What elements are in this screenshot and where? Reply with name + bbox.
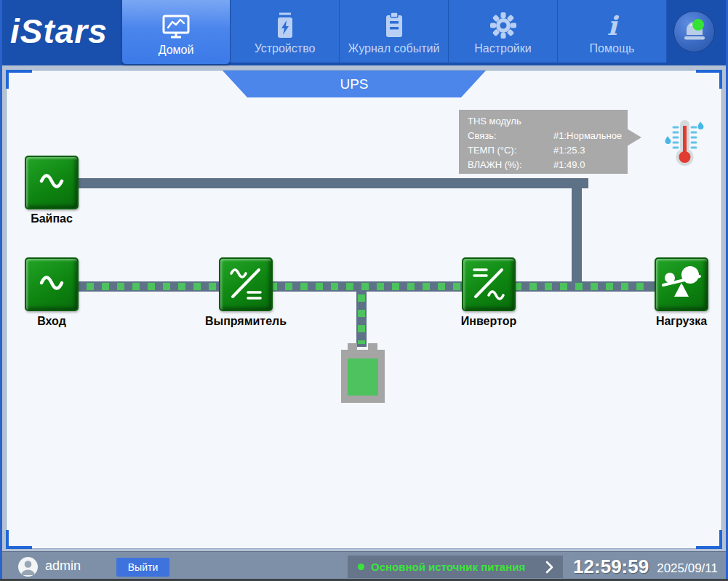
battery-icon[interactable] bbox=[341, 350, 385, 403]
chevron-right-icon bbox=[544, 560, 554, 574]
status-dot bbox=[358, 564, 364, 570]
ths-title: THS модуль bbox=[468, 114, 628, 129]
ths-temp-value: #1:25.3 bbox=[553, 143, 585, 158]
panel-corner-accent bbox=[6, 70, 32, 89]
monitor-chart-icon bbox=[161, 12, 191, 42]
ups-banner-label: UPS bbox=[340, 76, 368, 92]
clipboard-icon bbox=[383, 10, 405, 41]
bypass-unit[interactable] bbox=[25, 156, 79, 209]
tab-help[interactable]: i Помощь bbox=[558, 0, 667, 63]
ac-sine-icon bbox=[34, 265, 69, 303]
power-flow-indicator bbox=[87, 283, 647, 290]
load-balance-icon bbox=[661, 263, 702, 306]
ups-device-icon bbox=[274, 10, 296, 41]
username-label: admin bbox=[45, 558, 81, 574]
inverter-label: Инвертор bbox=[434, 315, 543, 328]
current-date: 2025/09/11 bbox=[657, 558, 718, 576]
tab-event-log[interactable]: Журнал событий bbox=[340, 0, 449, 63]
input-unit[interactable] bbox=[25, 257, 79, 311]
tab-help-label: Помощь bbox=[590, 42, 635, 55]
battery-terminal bbox=[368, 343, 377, 350]
load-unit[interactable] bbox=[655, 257, 708, 311]
panel-corner-accent bbox=[696, 70, 722, 89]
panel-corner-accent bbox=[696, 530, 722, 549]
battery-flow-indicator bbox=[358, 294, 365, 344]
window-border-left bbox=[0, 0, 2, 581]
alarm-button[interactable] bbox=[673, 11, 715, 52]
input-label: Вход bbox=[0, 315, 106, 328]
tab-home-label: Домой bbox=[159, 44, 194, 57]
tab-event-log-label: Журнал событий bbox=[348, 42, 440, 55]
ths-link-label: Связь: bbox=[468, 129, 553, 143]
tab-device[interactable]: Устройство bbox=[231, 0, 340, 63]
rectifier-label: Выпрямитель bbox=[191, 315, 300, 328]
thermometer-humidity-icon[interactable] bbox=[663, 119, 704, 171]
bypass-label: Байпас bbox=[0, 212, 106, 225]
tab-device-label: Устройство bbox=[255, 42, 316, 55]
ac-to-dc-icon bbox=[225, 263, 266, 306]
main-panel: UPS Байпас Вход bbox=[6, 70, 722, 549]
clock-area: 12:59:59 2025/09/11 bbox=[573, 552, 718, 581]
dc-to-ac-icon bbox=[468, 263, 509, 306]
tab-settings-label: Настройки bbox=[474, 42, 531, 55]
alarm-status-dot bbox=[692, 19, 704, 31]
bypass-pipe-vertical bbox=[572, 178, 582, 292]
footer-bar: admin Выйти Основной источник питания 12… bbox=[0, 551, 728, 581]
user-avatar bbox=[18, 557, 38, 577]
battery-terminal bbox=[348, 343, 357, 350]
gear-icon bbox=[489, 10, 517, 41]
ths-link-value: #1:Нормальное bbox=[553, 129, 622, 143]
info-icon: i bbox=[607, 10, 617, 41]
panel-corner-accent bbox=[6, 530, 32, 549]
current-time: 12:59:59 bbox=[573, 556, 649, 578]
tab-home[interactable]: Домой bbox=[121, 0, 231, 65]
tab-settings[interactable]: Настройки bbox=[449, 0, 558, 63]
bypass-pipe-horizontal bbox=[79, 178, 588, 188]
ths-humidity-value: #1:49.0 bbox=[553, 158, 585, 172]
power-source-status[interactable]: Основной источник питания bbox=[348, 556, 563, 578]
ths-humidity-label: ВЛАЖН (%): bbox=[468, 158, 553, 172]
load-label: Нагрузка bbox=[627, 315, 728, 328]
status-text: Основной источник питания bbox=[371, 561, 544, 573]
ac-sine-icon bbox=[34, 164, 69, 201]
rectifier-unit[interactable] bbox=[219, 257, 273, 311]
app-window: iStars Домой bbox=[0, 0, 728, 581]
ths-module-tooltip: THS модуль Связь: #1:Нормальное ТЕМП (°C… bbox=[459, 110, 628, 174]
app-logo: iStars bbox=[10, 7, 121, 55]
logout-button[interactable]: Выйти bbox=[116, 558, 169, 577]
battery-charge-level bbox=[348, 358, 378, 396]
ths-temp-label: ТЕМП (°C): bbox=[468, 143, 553, 158]
inverter-unit[interactable] bbox=[462, 257, 516, 311]
nav-tabs: Домой Устройство bbox=[121, 0, 667, 65]
alarm-zone bbox=[667, 0, 728, 65]
header-bar: iStars Домой bbox=[0, 0, 728, 65]
ups-banner: UPS bbox=[223, 71, 486, 97]
